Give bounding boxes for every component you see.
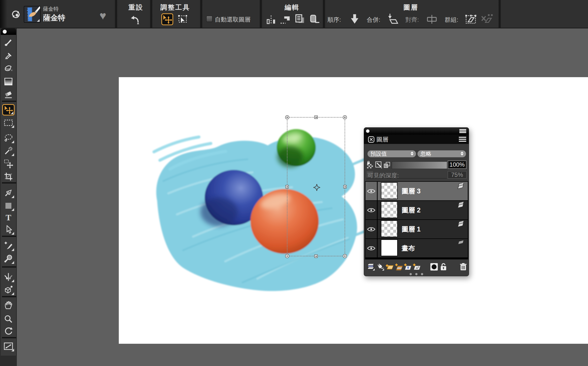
layers-panel-titlebar[interactable] [364, 128, 469, 135]
pen-tool[interactable] [2, 187, 15, 199]
opacity-value[interactable]: 100% [448, 160, 466, 169]
favorite-heart-icon[interactable]: ♥ [99, 9, 106, 22]
selection-handle-right[interactable] [343, 185, 347, 188]
layer-row-3[interactable]: 圖層 3 [366, 182, 468, 200]
merge-content-button[interactable] [309, 14, 320, 25]
magic-wand-tool[interactable] [2, 145, 15, 157]
transform-selection-button[interactable] [280, 14, 291, 25]
layer-blend-select[interactable]: 忽略 [417, 150, 466, 157]
layer-row-canvas[interactable]: 畫布 [366, 239, 468, 257]
layer-name[interactable]: 畫布 [402, 239, 415, 257]
layer-name[interactable]: 圖層 1 [402, 220, 421, 238]
add-image-layer-button[interactable] [413, 263, 421, 271]
gradient-tool[interactable] [2, 76, 15, 87]
layer-merge-button[interactable] [387, 13, 398, 25]
sidebar-divider [2, 236, 16, 237]
fit-view-tool[interactable] [2, 341, 15, 352]
selection-handle-bottom-right[interactable] [343, 254, 347, 258]
sidebar-header[interactable] [1, 28, 16, 35]
layer-group-button[interactable] [465, 13, 477, 25]
close-tab-icon[interactable] [368, 136, 374, 143]
effect-brush-tool[interactable] [2, 240, 15, 252]
layer-align-button[interactable] [426, 14, 438, 24]
layer-row-1[interactable]: 圖層 1 [366, 220, 468, 238]
blend-squares-icon[interactable] [383, 161, 391, 169]
crop-tool[interactable] [2, 171, 15, 182]
layer-stack-icon[interactable] [456, 221, 466, 229]
app-window: 薩金特 薩金特 ♥ 重設 調整工具 [0, 0, 588, 366]
selection-pivot-star[interactable] [313, 184, 320, 191]
paintbrush-tool[interactable] [2, 37, 15, 48]
canvas-layer-icon[interactable] [456, 240, 466, 246]
add-watercolor-layer-button[interactable] [404, 263, 412, 271]
rectangle-select-tool[interactable] [2, 117, 15, 128]
duplicate-button[interactable] [294, 14, 305, 25]
shape-tool[interactable] [2, 200, 15, 211]
refresh-preset-icon[interactable] [10, 9, 21, 20]
layer-mask-button[interactable] [430, 263, 438, 271]
panel-collapse-dot-icon[interactable] [366, 129, 369, 133]
selection-handle-top[interactable] [314, 115, 318, 119]
layer-type-menu-icon[interactable] [367, 263, 375, 271]
layer-order-label: 順序: [327, 16, 341, 24]
flip-horizontal-button[interactable] [266, 14, 277, 25]
move-layer-tool-button[interactable] [161, 13, 173, 25]
selection-handle-bottom[interactable] [314, 254, 318, 258]
perspective-3d-tool[interactable] [2, 284, 15, 296]
layer-preset-select[interactable]: 預設值 [368, 150, 416, 157]
layer-order-button[interactable] [349, 13, 360, 25]
depth-slider-track[interactable] [367, 178, 447, 179]
layers-menu-icon[interactable] [459, 137, 466, 142]
visibility-eye-icon[interactable] [366, 201, 378, 219]
visibility-eye-icon[interactable] [366, 182, 378, 200]
toolbar-divider [200, 0, 203, 28]
paint-bucket-tool[interactable] [2, 63, 15, 74]
delete-layer-button[interactable] [460, 263, 467, 271]
pan-hand-tool[interactable] [2, 299, 15, 311]
zoom-tool[interactable] [2, 313, 15, 325]
lasso-select-tool[interactable] [2, 132, 15, 144]
selection-handle-bottom-left[interactable] [285, 254, 289, 258]
plugin-layer-menu-icon[interactable] [376, 263, 384, 271]
selection-handle-top-right[interactable] [343, 115, 347, 119]
layer-name[interactable]: 圖層 3 [402, 182, 421, 200]
panel-menu-icon[interactable] [459, 129, 466, 133]
pointer-select-tool[interactable] [2, 224, 15, 235]
rotate-view-tool[interactable] [2, 326, 15, 337]
painting-canvas[interactable] [119, 77, 588, 344]
brush-preset-thumbnail[interactable] [24, 6, 41, 23]
reset-tool-button[interactable] [130, 14, 141, 25]
transform-selection-marquee[interactable] [287, 117, 345, 256]
auto-select-layer-checkbox[interactable] [206, 16, 213, 22]
selection-handle-top-left[interactable] [285, 115, 289, 119]
symmetry-tool[interactable] [2, 271, 15, 283]
layer-stack-icon[interactable] [456, 183, 466, 191]
smudge-tool[interactable] [2, 253, 15, 264]
tab-layers[interactable]: 圖層 [366, 135, 391, 144]
lock-transparency-icon[interactable] [367, 161, 374, 169]
layer-stack-icon[interactable] [456, 202, 466, 210]
eyedropper-tool[interactable] [2, 50, 15, 61]
tool-flyout-triangle [11, 349, 14, 351]
add-layer-button[interactable] [385, 263, 394, 271]
layer-thumbnail[interactable] [381, 220, 398, 237]
visibility-eye-icon[interactable] [366, 239, 378, 257]
selection-handle-left[interactable] [285, 185, 289, 188]
eraser-tool[interactable] [2, 89, 15, 100]
tab-layers-label: 圖層 [376, 136, 388, 143]
visibility-eye-icon[interactable] [366, 220, 378, 238]
panel-page-dots[interactable] [364, 273, 469, 275]
add-layer-group-button[interactable] [395, 263, 404, 271]
text-tool[interactable]: T [2, 212, 15, 223]
move-tool-selected[interactable] [2, 104, 15, 115]
layer-thumbnail[interactable] [381, 201, 398, 218]
transform-tool-button[interactable] [177, 13, 189, 25]
layer-row-2[interactable]: 圖層 2 [366, 201, 468, 219]
layer-name[interactable]: 圖層 2 [402, 201, 421, 219]
layer-thumbnail[interactable] [381, 239, 398, 256]
lock-layer-button[interactable] [440, 263, 447, 271]
sample-layer-icon[interactable] [375, 161, 383, 169]
selection-move-tool[interactable] [2, 158, 15, 169]
layer-thumbnail[interactable] [381, 182, 398, 199]
opacity-slider[interactable] [392, 161, 447, 169]
